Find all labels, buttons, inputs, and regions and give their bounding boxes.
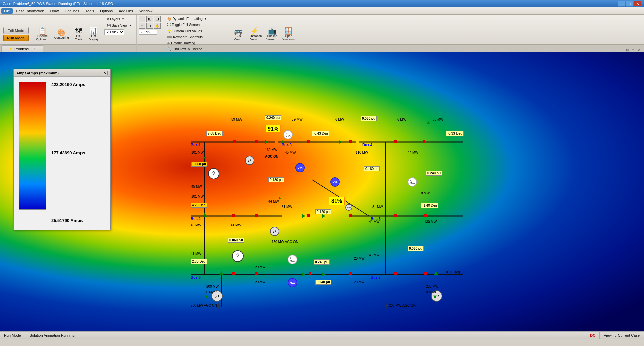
red-sq-5[interactable]	[394, 140, 397, 143]
red-sq-b2-3[interactable]	[307, 214, 310, 217]
red-sq-b5-1[interactable]	[394, 214, 397, 217]
mva-91-icon: AMVA	[283, 130, 293, 139]
red-sq-b7-1[interactable]	[394, 272, 397, 276]
maximize-button[interactable]: □	[626, 1, 633, 7]
zoom-region-button[interactable]: ⊡	[154, 16, 161, 22]
oneline-options-button[interactable]: 📋 OnelineOptions...	[34, 26, 51, 42]
status-viewing-label: Viewing Current Case	[604, 333, 640, 337]
red-sq-b2-1[interactable]	[232, 214, 235, 217]
red-sq-b7-2[interactable]	[424, 272, 427, 276]
mva-81[interactable]: MVA	[345, 204, 352, 211]
mva-white-b6[interactable]: AMVA	[288, 255, 297, 264]
switch-2[interactable]: ⇄	[270, 227, 279, 236]
gen-circle-bus1[interactable]: Ṽ	[208, 168, 219, 179]
red-sq-b6-3[interactable]	[309, 272, 311, 276]
contouring-button[interactable]: 🎨 Contouring	[53, 28, 71, 40]
deg-n140-box: -1.40 Deg	[421, 203, 438, 208]
menu-addons[interactable]: Add Ons	[116, 8, 136, 14]
open-windows-button[interactable]: 🪟 OpenWindows	[281, 26, 297, 42]
layers-dropdown-arrow: ▼	[122, 18, 124, 21]
save-view-icon: 💾	[107, 24, 111, 27]
oneline-options-label: OnelineOptions...	[36, 34, 49, 41]
red-sq-b6-2[interactable]	[255, 272, 258, 276]
red-sq-b2-2[interactable]	[255, 214, 258, 217]
doc-maximize-button[interactable]: □	[631, 48, 635, 52]
menu-window[interactable]: Window	[137, 8, 155, 14]
list-display-icon: 📊	[89, 27, 98, 34]
switch-1[interactable]: ⇄	[245, 156, 254, 165]
zoom-hand-button[interactable]: ✋	[154, 23, 161, 29]
doc-close-button[interactable]: ✕	[636, 48, 641, 52]
red-sq-b6-4[interactable]	[349, 272, 352, 276]
save-view-button[interactable]: 💾 Save View ▼	[104, 23, 134, 28]
red-sq-6[interactable]	[423, 140, 425, 143]
pct-81-box[interactable]: 81%	[329, 198, 345, 204]
pu-060-bus2-box: 0.060 pu	[228, 238, 244, 243]
red-sq-b6-1[interactable]	[232, 272, 235, 276]
mva-blue-b6[interactable]: MVA	[288, 278, 297, 287]
status-animation: Solution Animation Running	[25, 332, 79, 339]
zoom-value-input[interactable]	[139, 30, 157, 35]
zoom-row1: + ⊞ ⊡	[139, 16, 161, 22]
deg-000: 0.00 Deg	[446, 270, 460, 274]
pct-91-box[interactable]: 91%	[265, 126, 281, 132]
list-display-button[interactable]: 📊 ListDisplay	[87, 26, 100, 42]
red-sq-b2-4[interactable]	[349, 214, 352, 217]
red-sq-b5-2[interactable]	[424, 214, 427, 217]
gen1-icon: Ṽ	[208, 168, 219, 179]
red-sq-2[interactable]	[255, 140, 258, 143]
zoom-in-button[interactable]: +	[139, 16, 145, 22]
red-sq-1[interactable]	[233, 140, 236, 143]
red-sq-3[interactable]	[307, 140, 310, 143]
menu-options[interactable]: Options	[97, 8, 115, 14]
bus-view-button[interactable]: 🚌 BusView...	[232, 26, 244, 42]
zoom-center-button[interactable]: ⊙	[146, 23, 153, 29]
pu-240-bus6-box: 0.240 pu	[314, 260, 330, 265]
oneline-viewer-button[interactable]: 📺 OnelineViewer...	[265, 26, 279, 42]
mva-white-2[interactable]: MVA	[330, 177, 340, 187]
zoom-fit-button[interactable]: ⊞	[146, 16, 153, 22]
doc-restore-button[interactable]: ⊟	[625, 48, 630, 52]
pu-240-top[interactable]: 0.240 pu	[265, 116, 281, 120]
mva-blue-1[interactable]: MVA	[295, 163, 305, 172]
mva-white-3[interactable]: AMVA	[408, 177, 417, 187]
run-mode-button[interactable]: Run Mode	[3, 35, 29, 41]
gen-circle-bus2[interactable]: Ṽ	[232, 250, 244, 262]
view-mode-select[interactable]: 2D View 3D View	[104, 29, 124, 35]
mw-20-bus7-2: 20 MW	[354, 280, 365, 284]
zoom-out-button[interactable]: −	[139, 23, 145, 29]
custom-hint-button[interactable]: 💡 Custom Hint Values...	[165, 28, 207, 34]
gis-tools-button[interactable]: 🗺 GISTools	[73, 26, 85, 42]
legend-title: Amps\Amps (maximum)	[16, 71, 59, 75]
menu-case-information[interactable]: Case Information	[13, 8, 47, 14]
title-bar: Case: Problem6_59.PWB Status: Running (P…	[0, 0, 644, 7]
find-text-button[interactable]: 🔍 Find Text in Oneline...	[165, 46, 207, 52]
menu-draw[interactable]: Draw	[48, 8, 62, 14]
substation-view-button[interactable]: ⚡ SubstationView...	[246, 26, 264, 42]
edit-mode-button[interactable]: Edit Mode	[3, 27, 29, 34]
switch1-icon: ⇄	[245, 156, 254, 165]
menu-file[interactable]: File	[1, 8, 13, 14]
default-drawing-button[interactable]: ✏ Default Drawing...	[165, 40, 200, 46]
dynamic-formatting-button[interactable]: 🎨 Dynamic Formatting ▼	[165, 16, 209, 22]
pu-030-box: 0.030 pu	[361, 116, 377, 121]
keyboard-shortcuts-button[interactable]: ⌨ Keyboard Shortcuts	[165, 34, 205, 40]
menu-onelines[interactable]: Onelines	[62, 8, 82, 14]
pct-91-label: 91%	[265, 125, 281, 133]
find-text-icon: 🔍	[167, 47, 171, 51]
close-button[interactable]: ✕	[634, 1, 641, 7]
legend-panel: Amps\Amps (maximum) ✕ 423.20160 Amps 177…	[13, 69, 111, 230]
contouring-label: Contouring	[54, 36, 69, 39]
mw-59-2: 59 MW	[292, 118, 303, 121]
toggle-fullscreen-button[interactable]: ⛶ Toggle Full Screen	[165, 22, 202, 28]
layers-button[interactable]: ⧉ Layers ▼	[104, 16, 127, 22]
menu-tools[interactable]: Tools	[83, 8, 97, 14]
agc-200-bus7: 200 MW AGC ON	[389, 304, 416, 307]
mva-circle-91[interactable]: AMVA	[283, 130, 293, 139]
mw-101-2: 101 MW	[191, 195, 204, 198]
document-tab[interactable]: ⚡ Problem6_59	[1, 45, 43, 52]
legend-close-button[interactable]: ✕	[102, 71, 108, 75]
red-sq-4[interactable]	[349, 140, 352, 143]
minimize-button[interactable]: ─	[618, 1, 625, 7]
pu-180-right-box: 0.180 pu	[364, 166, 380, 171]
